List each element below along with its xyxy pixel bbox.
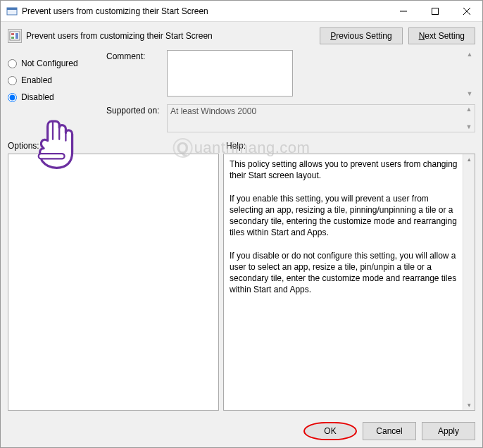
svg-rect-9 bbox=[15, 33, 18, 39]
radio-disabled[interactable]: Disabled bbox=[8, 92, 106, 102]
state-radio-group: Not Configured Enabled Disabled bbox=[8, 50, 106, 138]
previous-setting-button[interactable]: Previous Setting bbox=[320, 27, 402, 44]
titlebar: Prevent users from customizing their Sta… bbox=[1, 1, 482, 22]
svg-rect-3 bbox=[432, 8, 438, 14]
app-icon bbox=[6, 6, 18, 17]
policy-icon bbox=[8, 29, 22, 43]
radio-not-configured-input[interactable] bbox=[8, 59, 17, 68]
supported-row: Supported on: At least Windows 2000 ▲▼ bbox=[106, 104, 475, 132]
help-panel: This policy setting allows you to preven… bbox=[223, 154, 475, 411]
radio-not-configured-label: Not Configured bbox=[21, 58, 78, 68]
radio-disabled-label: Disabled bbox=[21, 92, 54, 102]
supported-box: At least Windows 2000 ▲▼ bbox=[167, 104, 475, 132]
apply-button[interactable]: Apply bbox=[422, 422, 475, 440]
options-panel bbox=[8, 154, 219, 411]
minimize-button[interactable] bbox=[387, 1, 419, 22]
radio-enabled[interactable]: Enabled bbox=[8, 75, 106, 85]
radio-enabled-label: Enabled bbox=[21, 75, 52, 85]
help-text: This policy setting allows you to preven… bbox=[224, 154, 475, 299]
comment-label: Comment: bbox=[106, 50, 167, 99]
dialog-footer: OK Cancel Apply bbox=[1, 416, 482, 447]
comment-textarea[interactable] bbox=[167, 50, 293, 97]
config-area: Not Configured Enabled Disabled Comment:… bbox=[1, 47, 482, 138]
window-title: Prevent users from customizing their Sta… bbox=[22, 6, 387, 16]
fields-column: Comment: ▲▼ Supported on: At least Windo… bbox=[106, 50, 475, 138]
close-button[interactable] bbox=[451, 1, 482, 22]
panels-row: This policy setting allows you to preven… bbox=[1, 152, 482, 416]
nav-buttons: Previous Setting Next Setting bbox=[320, 27, 475, 44]
window-controls bbox=[387, 1, 482, 22]
radio-disabled-input[interactable] bbox=[8, 93, 17, 102]
supported-scroll[interactable]: ▲▼ bbox=[463, 105, 475, 132]
comment-row: Comment: ▲▼ bbox=[106, 50, 475, 99]
dialog-window: Prevent users from customizing their Sta… bbox=[0, 0, 483, 448]
options-label: Options: bbox=[8, 141, 219, 151]
supported-label: Supported on: bbox=[106, 104, 167, 132]
policy-title: Prevent users from customizing their Sta… bbox=[26, 31, 213, 41]
svg-rect-7 bbox=[11, 33, 14, 35]
radio-not-configured[interactable]: Not Configured bbox=[8, 58, 106, 68]
maximize-button[interactable] bbox=[419, 1, 451, 22]
supported-value: At least Windows 2000 bbox=[170, 106, 256, 116]
next-setting-button[interactable]: Next Setting bbox=[408, 27, 475, 44]
svg-rect-8 bbox=[11, 37, 14, 39]
radio-enabled-input[interactable] bbox=[8, 76, 17, 85]
help-scrollbar[interactable]: ▴▾ bbox=[463, 154, 475, 410]
cancel-button[interactable]: Cancel bbox=[363, 422, 416, 440]
header-row: Prevent users from customizing their Sta… bbox=[1, 22, 482, 47]
svg-rect-1 bbox=[7, 8, 17, 10]
ok-button[interactable]: OK bbox=[303, 422, 357, 440]
comment-scroll[interactable]: ▲▼ bbox=[464, 50, 475, 99]
section-labels: Options: Help: bbox=[1, 138, 482, 152]
help-label: Help: bbox=[219, 141, 475, 151]
